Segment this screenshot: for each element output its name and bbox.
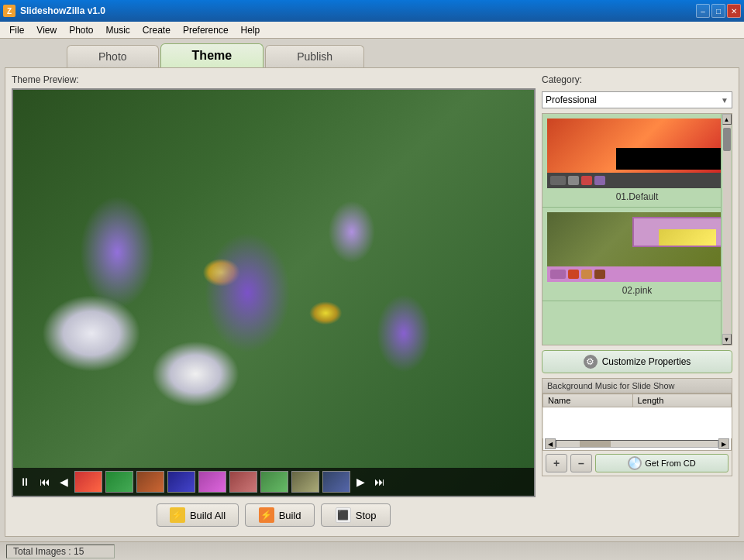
menu-create[interactable]: Create	[136, 23, 177, 37]
menu-bar: File View Photo Music Create Preference …	[0, 22, 744, 39]
music-col-length: Length	[632, 394, 731, 407]
left-panel: Theme Preview: ⏸ ⏮ ◀	[12, 74, 536, 530]
maximize-button[interactable]: □	[711, 4, 725, 18]
thumbnail-9[interactable]	[322, 471, 350, 493]
thumbnail-8[interactable]	[291, 471, 319, 493]
preview-label: Theme Preview:	[12, 74, 536, 85]
window-controls: – □ ✕	[696, 4, 741, 18]
total-images-status: Total Images : 15	[6, 545, 115, 558]
menu-preference[interactable]: Preference	[177, 23, 235, 37]
menu-help[interactable]: Help	[235, 23, 267, 37]
thumbnail-6[interactable]	[229, 471, 257, 493]
app-title: SlideshowZilla v1.0	[20, 5, 696, 16]
theme-preview-default	[547, 119, 727, 188]
theme-name-default: 01.Default	[547, 191, 727, 202]
theme-item-pink[interactable]: 02.pink	[542, 208, 732, 301]
theme-item-default[interactable]: 01.Default	[542, 114, 732, 208]
scroll-thumb[interactable]	[723, 128, 731, 151]
build-all-label: Build All	[190, 510, 226, 521]
build-label: Build	[279, 510, 301, 521]
stop-label: Stop	[356, 510, 377, 521]
build-all-button[interactable]: ⚡ Build All	[157, 503, 239, 527]
thumbnail-3[interactable]	[136, 471, 164, 493]
menu-file[interactable]: File	[3, 23, 30, 37]
bg-music-section: Background Music for Slide Show Name Len…	[542, 378, 732, 476]
category-value: Professional	[546, 94, 597, 105]
remove-music-button[interactable]: –	[570, 454, 592, 472]
music-scroll-track[interactable]	[556, 440, 718, 448]
tab-publish[interactable]: Publish	[265, 45, 364, 67]
music-scrollbar[interactable]: ◀ ▶	[542, 438, 732, 451]
stop-icon: ⬛	[336, 507, 351, 523]
add-music-button[interactable]: +	[546, 454, 567, 472]
scroll-right-arrow[interactable]: ▶	[718, 438, 729, 449]
tab-photo[interactable]: Photo	[67, 45, 159, 67]
music-table: Name Length	[542, 393, 732, 438]
next-button[interactable]: ⏭	[371, 474, 388, 490]
close-button[interactable]: ✕	[727, 4, 741, 18]
menu-photo[interactable]: Photo	[63, 23, 99, 37]
preview-container: ⏸ ⏮ ◀ ▶ ⏭	[12, 88, 536, 497]
thumbnail-7[interactable]	[260, 471, 288, 493]
scroll-left-arrow[interactable]: ◀	[545, 438, 556, 449]
menu-music[interactable]: Music	[100, 23, 136, 37]
build-all-icon: ⚡	[170, 507, 185, 523]
prev-button[interactable]: ⏮	[36, 474, 53, 490]
right-panel: Category: Professional ▼	[542, 74, 732, 530]
customize-label: Customize Properties	[602, 356, 691, 367]
gear-icon: ⚙	[584, 355, 598, 369]
minimize-button[interactable]: –	[696, 4, 710, 18]
bg-music-title: Background Music for Slide Show	[542, 379, 732, 393]
category-select[interactable]: Professional ▼	[542, 91, 732, 108]
music-scroll-thumb[interactable]	[580, 441, 611, 447]
music-controls: + – Get From CD	[542, 451, 732, 476]
thumbnail-2[interactable]	[105, 471, 133, 493]
build-icon: ⚡	[259, 507, 274, 523]
stop-button[interactable]: ⬛ Stop	[321, 503, 391, 527]
main-container: Photo Theme Publish Theme Preview: ⏸ ⏮ ◀	[0, 39, 744, 541]
play-pause-button[interactable]: ⏸	[16, 474, 33, 490]
music-col-name: Name	[543, 394, 633, 407]
theme-list[interactable]: 01.Default	[542, 113, 732, 345]
thumbnail-1[interactable]	[74, 471, 102, 493]
thumbnail-5[interactable]	[198, 471, 226, 493]
back-button[interactable]: ◀	[57, 474, 71, 490]
inner-layout: Theme Preview: ⏸ ⏮ ◀	[12, 74, 732, 530]
build-buttons: ⚡ Build All ⚡ Build ⬛ Stop	[12, 497, 536, 530]
get-from-cd-button[interactable]: Get From CD	[595, 454, 728, 472]
tab-theme[interactable]: Theme	[160, 43, 264, 67]
content-area: Theme Preview: ⏸ ⏮ ◀	[5, 67, 739, 537]
get-from-cd-label: Get From CD	[645, 459, 695, 468]
menu-view[interactable]: View	[30, 23, 63, 37]
theme-preview-pink	[547, 212, 727, 282]
category-label: Category:	[542, 74, 732, 85]
thumbnail-4[interactable]	[167, 471, 195, 493]
cd-icon	[628, 456, 642, 470]
scroll-down-btn[interactable]: ▼	[722, 334, 732, 345]
theme-name-pink: 02.pink	[547, 285, 727, 296]
title-bar: Z SlideshowZilla v1.0 – □ ✕	[0, 0, 744, 22]
customize-properties-button[interactable]: ⚙ Customize Properties	[542, 350, 732, 373]
music-table-body	[543, 407, 732, 438]
forward-button[interactable]: ▶	[353, 474, 368, 490]
flower-preview	[13, 90, 534, 496]
build-button[interactable]: ⚡ Build	[245, 503, 315, 527]
thumbnail-strip: ⏸ ⏮ ◀ ▶ ⏭	[13, 468, 534, 496]
select-arrow-icon: ▼	[721, 96, 728, 105]
tab-bar: Photo Theme Publish	[5, 43, 739, 67]
app-icon: Z	[3, 5, 16, 17]
scroll-up-btn[interactable]: ▲	[722, 114, 732, 125]
status-bar: Total Images : 15	[0, 541, 744, 560]
